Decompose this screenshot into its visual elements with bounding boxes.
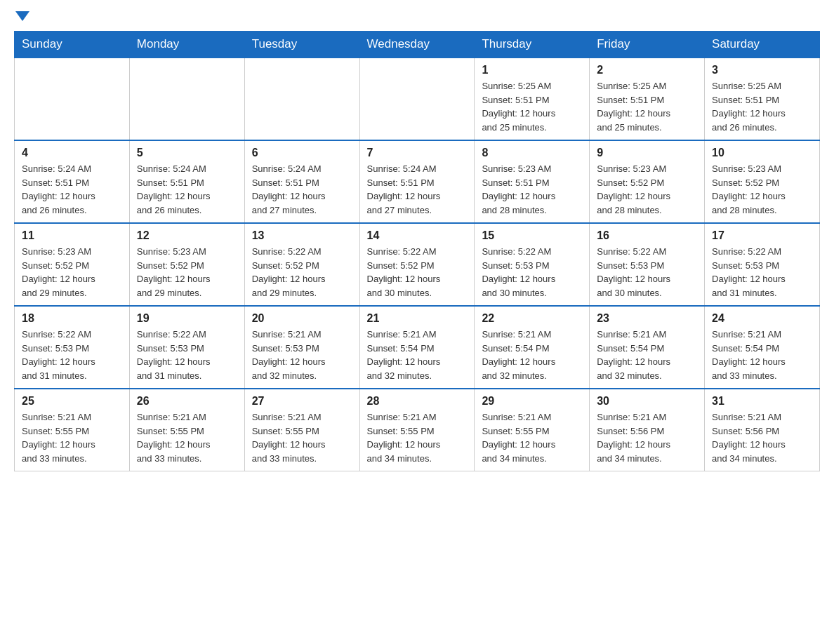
calendar-cell: 26Sunrise: 5:21 AM Sunset: 5:55 PM Dayli… (129, 389, 244, 471)
day-info: Sunrise: 5:21 AM Sunset: 5:54 PM Dayligh… (712, 328, 812, 382)
day-info: Sunrise: 5:25 AM Sunset: 5:51 PM Dayligh… (482, 79, 582, 134)
day-info: Sunrise: 5:21 AM Sunset: 5:54 PM Dayligh… (482, 328, 582, 382)
calendar-cell: 30Sunrise: 5:21 AM Sunset: 5:56 PM Dayli… (590, 389, 705, 471)
day-number: 20 (252, 312, 352, 325)
calendar-cell: 24Sunrise: 5:21 AM Sunset: 5:54 PM Dayli… (705, 306, 820, 389)
calendar-header-row: SundayMondayTuesdayWednesdayThursdayFrid… (15, 32, 820, 58)
calendar-cell: 2Sunrise: 5:25 AM Sunset: 5:51 PM Daylig… (590, 58, 705, 140)
calendar-week-row: 1Sunrise: 5:25 AM Sunset: 5:51 PM Daylig… (15, 58, 820, 140)
day-info: Sunrise: 5:23 AM Sunset: 5:51 PM Dayligh… (482, 162, 582, 217)
day-number: 17 (712, 229, 812, 242)
day-info: Sunrise: 5:21 AM Sunset: 5:55 PM Dayligh… (22, 410, 122, 465)
day-number: 11 (22, 229, 122, 242)
calendar-cell: 4Sunrise: 5:24 AM Sunset: 5:51 PM Daylig… (15, 140, 130, 223)
calendar-cell: 21Sunrise: 5:21 AM Sunset: 5:54 PM Dayli… (359, 306, 475, 389)
calendar-cell: 10Sunrise: 5:23 AM Sunset: 5:52 PM Dayli… (705, 140, 820, 223)
day-number: 16 (597, 229, 697, 242)
day-number: 3 (712, 64, 812, 76)
page-header (14, 14, 820, 24)
day-info: Sunrise: 5:21 AM Sunset: 5:55 PM Dayligh… (367, 410, 468, 465)
calendar-table: SundayMondayTuesdayWednesdayThursdayFrid… (14, 31, 820, 471)
day-info: Sunrise: 5:21 AM Sunset: 5:53 PM Dayligh… (252, 328, 352, 382)
day-info: Sunrise: 5:24 AM Sunset: 5:51 PM Dayligh… (252, 162, 352, 217)
calendar-cell: 8Sunrise: 5:23 AM Sunset: 5:51 PM Daylig… (475, 140, 590, 223)
day-info: Sunrise: 5:21 AM Sunset: 5:54 PM Dayligh… (367, 328, 468, 382)
calendar-cell: 6Sunrise: 5:24 AM Sunset: 5:51 PM Daylig… (244, 140, 359, 223)
day-info: Sunrise: 5:24 AM Sunset: 5:51 PM Dayligh… (137, 162, 237, 217)
day-number: 7 (367, 147, 468, 159)
day-number: 18 (22, 312, 122, 325)
day-info: Sunrise: 5:21 AM Sunset: 5:55 PM Dayligh… (137, 410, 237, 465)
day-info: Sunrise: 5:22 AM Sunset: 5:53 PM Dayligh… (22, 328, 122, 382)
day-number: 28 (367, 395, 468, 408)
calendar-cell: 28Sunrise: 5:21 AM Sunset: 5:55 PM Dayli… (359, 389, 475, 471)
calendar-cell: 23Sunrise: 5:21 AM Sunset: 5:54 PM Dayli… (590, 306, 705, 389)
day-number: 2 (597, 64, 697, 76)
day-info: Sunrise: 5:22 AM Sunset: 5:53 PM Dayligh… (482, 245, 582, 300)
day-info: Sunrise: 5:21 AM Sunset: 5:56 PM Dayligh… (712, 410, 812, 465)
calendar-cell: 25Sunrise: 5:21 AM Sunset: 5:55 PM Dayli… (15, 389, 130, 471)
calendar-cell: 5Sunrise: 5:24 AM Sunset: 5:51 PM Daylig… (129, 140, 244, 223)
calendar-cell (244, 58, 359, 140)
calendar-cell: 7Sunrise: 5:24 AM Sunset: 5:51 PM Daylig… (359, 140, 475, 223)
day-number: 15 (482, 229, 582, 242)
day-info: Sunrise: 5:23 AM Sunset: 5:52 PM Dayligh… (712, 162, 812, 217)
calendar-cell: 27Sunrise: 5:21 AM Sunset: 5:55 PM Dayli… (244, 389, 359, 471)
day-info: Sunrise: 5:21 AM Sunset: 5:56 PM Dayligh… (597, 410, 697, 465)
calendar-cell: 19Sunrise: 5:22 AM Sunset: 5:53 PM Dayli… (129, 306, 244, 389)
day-info: Sunrise: 5:25 AM Sunset: 5:51 PM Dayligh… (712, 79, 812, 134)
day-info: Sunrise: 5:21 AM Sunset: 5:54 PM Dayligh… (597, 328, 697, 382)
calendar-week-row: 18Sunrise: 5:22 AM Sunset: 5:53 PM Dayli… (15, 306, 820, 389)
calendar-cell: 11Sunrise: 5:23 AM Sunset: 5:52 PM Dayli… (15, 223, 130, 306)
day-number: 29 (482, 395, 582, 408)
day-number: 30 (597, 395, 697, 408)
day-number: 19 (137, 312, 237, 325)
day-info: Sunrise: 5:25 AM Sunset: 5:51 PM Dayligh… (597, 79, 697, 134)
day-info: Sunrise: 5:22 AM Sunset: 5:53 PM Dayligh… (137, 328, 237, 382)
calendar-cell: 9Sunrise: 5:23 AM Sunset: 5:52 PM Daylig… (590, 140, 705, 223)
day-number: 1 (482, 64, 582, 76)
column-header-monday: Monday (129, 32, 244, 58)
day-info: Sunrise: 5:24 AM Sunset: 5:51 PM Dayligh… (367, 162, 468, 217)
column-header-friday: Friday (590, 32, 705, 58)
calendar-cell: 15Sunrise: 5:22 AM Sunset: 5:53 PM Dayli… (475, 223, 590, 306)
calendar-cell: 22Sunrise: 5:21 AM Sunset: 5:54 PM Dayli… (475, 306, 590, 389)
day-info: Sunrise: 5:23 AM Sunset: 5:52 PM Dayligh… (22, 245, 122, 300)
calendar-cell: 1Sunrise: 5:25 AM Sunset: 5:51 PM Daylig… (475, 58, 590, 140)
logo-triangle-icon (15, 11, 29, 21)
calendar-cell: 12Sunrise: 5:23 AM Sunset: 5:52 PM Dayli… (129, 223, 244, 306)
day-info: Sunrise: 5:23 AM Sunset: 5:52 PM Dayligh… (137, 245, 237, 300)
day-number: 25 (22, 395, 122, 408)
day-number: 12 (137, 229, 237, 242)
calendar-cell (129, 58, 244, 140)
calendar-cell: 31Sunrise: 5:21 AM Sunset: 5:56 PM Dayli… (705, 389, 820, 471)
column-header-tuesday: Tuesday (244, 32, 359, 58)
day-number: 27 (252, 395, 352, 408)
day-info: Sunrise: 5:22 AM Sunset: 5:52 PM Dayligh… (252, 245, 352, 300)
day-number: 4 (22, 147, 122, 159)
column-header-saturday: Saturday (705, 32, 820, 58)
calendar-cell: 18Sunrise: 5:22 AM Sunset: 5:53 PM Dayli… (15, 306, 130, 389)
calendar-week-row: 25Sunrise: 5:21 AM Sunset: 5:55 PM Dayli… (15, 389, 820, 471)
calendar-cell: 29Sunrise: 5:21 AM Sunset: 5:55 PM Dayli… (475, 389, 590, 471)
calendar-week-row: 11Sunrise: 5:23 AM Sunset: 5:52 PM Dayli… (15, 223, 820, 306)
calendar-cell: 14Sunrise: 5:22 AM Sunset: 5:52 PM Dayli… (359, 223, 475, 306)
day-number: 14 (367, 229, 468, 242)
day-number: 8 (482, 147, 582, 159)
day-number: 10 (712, 147, 812, 159)
calendar-cell: 3Sunrise: 5:25 AM Sunset: 5:51 PM Daylig… (705, 58, 820, 140)
day-number: 26 (137, 395, 237, 408)
column-header-sunday: Sunday (15, 32, 130, 58)
day-info: Sunrise: 5:22 AM Sunset: 5:53 PM Dayligh… (597, 245, 697, 300)
day-info: Sunrise: 5:22 AM Sunset: 5:53 PM Dayligh… (712, 245, 812, 300)
column-header-wednesday: Wednesday (359, 32, 475, 58)
day-number: 22 (482, 312, 582, 325)
day-number: 21 (367, 312, 468, 325)
calendar-week-row: 4Sunrise: 5:24 AM Sunset: 5:51 PM Daylig… (15, 140, 820, 223)
calendar-cell (15, 58, 130, 140)
calendar-cell: 20Sunrise: 5:21 AM Sunset: 5:53 PM Dayli… (244, 306, 359, 389)
calendar-cell (359, 58, 475, 140)
day-info: Sunrise: 5:21 AM Sunset: 5:55 PM Dayligh… (252, 410, 352, 465)
day-info: Sunrise: 5:24 AM Sunset: 5:51 PM Dayligh… (22, 162, 122, 217)
day-info: Sunrise: 5:22 AM Sunset: 5:52 PM Dayligh… (367, 245, 468, 300)
